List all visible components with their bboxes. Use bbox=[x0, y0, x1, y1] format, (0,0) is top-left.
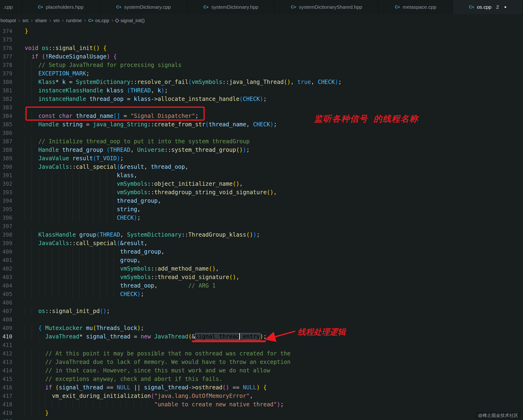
line-content[interactable]: KlassHandle group(THREAD, SystemDictiona… bbox=[25, 231, 260, 239]
line-number[interactable]: 386 bbox=[0, 129, 12, 137]
line-content[interactable]: Handle string = java_lang_String::create… bbox=[25, 120, 277, 129]
code-line[interactable]: 397 bbox=[0, 222, 523, 231]
line-content[interactable]: // Initialize thread_oop to put it into … bbox=[25, 137, 250, 146]
line-number[interactable]: 377 bbox=[0, 52, 12, 61]
line-content[interactable]: thread_group, bbox=[25, 248, 164, 256]
tab-systemdictionaryshared-hpp[interactable]: C+systemDictionaryShared.hpp bbox=[275, 0, 378, 14]
code-line[interactable]: 403 vmSymbols::thread_void_signature(), bbox=[0, 273, 523, 281]
line-number[interactable]: 396 bbox=[0, 214, 12, 222]
line-content[interactable]: vmSymbols::object_initializer_name(), bbox=[25, 180, 243, 188]
line-number[interactable]: 415 bbox=[0, 375, 12, 383]
line-number[interactable]: 385 bbox=[0, 120, 12, 129]
line-content[interactable]: string, bbox=[25, 205, 140, 214]
code-line[interactable]: 405 CHECK); bbox=[0, 290, 523, 298]
code-line[interactable]: 415 // exceptions anyway, check and abor… bbox=[0, 375, 523, 383]
code-line[interactable]: 416 if (signal_thread == NULL || signal_… bbox=[0, 383, 523, 392]
line-content[interactable]: EXCEPTION_MARK; bbox=[25, 69, 90, 78]
code-line[interactable]: 401 group, bbox=[0, 256, 523, 265]
code-line[interactable]: 377 if (!ReduceSignalUsage) { bbox=[0, 52, 523, 61]
line-content[interactable]: thread_group, bbox=[25, 197, 161, 205]
line-number[interactable]: 416 bbox=[0, 383, 12, 392]
code-line[interactable]: 396 CHECK); bbox=[0, 214, 523, 222]
line-content[interactable]: } bbox=[25, 409, 49, 417]
line-number[interactable]: 405 bbox=[0, 290, 12, 298]
code-line[interactable]: 410 JavaThread* signal_thread = new Java… bbox=[0, 332, 523, 341]
line-content[interactable]: CHECK); bbox=[25, 290, 144, 298]
breadcrumb-item[interactable]: hotspot bbox=[0, 18, 16, 23]
modified-dot-icon[interactable]: ● bbox=[504, 5, 507, 9]
line-content[interactable]: CHECK); bbox=[25, 214, 140, 222]
line-number[interactable]: 417 bbox=[0, 392, 12, 400]
line-number[interactable]: 379 bbox=[0, 69, 12, 78]
breadcrumb-symbol[interactable]: signal_init() bbox=[115, 18, 145, 23]
line-number[interactable]: 398 bbox=[0, 231, 12, 239]
line-content[interactable]: JavaValue result(T_VOID); bbox=[25, 154, 123, 163]
line-number[interactable]: 383 bbox=[0, 103, 12, 112]
code-line[interactable]: 398 KlassHandle group(THREAD, SystemDict… bbox=[0, 231, 523, 239]
line-content[interactable]: instanceHandle thread_oop = klass->alloc… bbox=[25, 95, 267, 103]
breadcrumb-file[interactable]: C+os.cpp bbox=[88, 18, 109, 23]
tab-systemdictionary-hpp[interactable]: C+systemDictionary.hpp bbox=[187, 0, 275, 14]
line-content[interactable]: vmSymbols::thread_void_signature(), bbox=[25, 273, 239, 281]
line-number[interactable]: 382 bbox=[0, 95, 12, 103]
line-content[interactable]: vm_exit_during_initialization("java.lang… bbox=[25, 392, 253, 400]
code-line[interactable]: 387 // Initialize thread_oop to put it i… bbox=[0, 137, 523, 146]
line-content[interactable]: // Setup JavaThread for processing signa… bbox=[25, 61, 181, 69]
line-number[interactable]: 376 bbox=[0, 44, 12, 52]
code-line[interactable]: 386 bbox=[0, 129, 523, 137]
line-number[interactable]: 401 bbox=[0, 256, 12, 265]
breadcrumb-item[interactable]: share bbox=[35, 18, 47, 23]
line-content[interactable]: vmSymbols::add_method_name(), bbox=[25, 265, 219, 273]
code-line[interactable]: 376void os::signal_init() { bbox=[0, 44, 523, 52]
code-line[interactable]: 402 vmSymbols::add_method_name(), bbox=[0, 265, 523, 273]
line-content[interactable]: JavaCalls::call_special(&result, bbox=[25, 239, 147, 248]
line-content[interactable]: } bbox=[25, 27, 28, 35]
line-content[interactable]: "unable to create new native thread"); bbox=[25, 400, 284, 409]
code-line[interactable]: 414 // in that case. However, since this… bbox=[0, 366, 523, 375]
code-line[interactable]: 420 bbox=[0, 417, 523, 420]
line-number[interactable]: 414 bbox=[0, 366, 12, 375]
line-number[interactable]: 403 bbox=[0, 273, 12, 281]
line-number[interactable]: 389 bbox=[0, 154, 12, 163]
line-number[interactable]: 387 bbox=[0, 137, 12, 146]
line-number[interactable]: 407 bbox=[0, 307, 12, 315]
code-line[interactable]: 382 instanceHandle thread_oop = klass->a… bbox=[0, 95, 523, 103]
code-line[interactable]: 392 vmSymbols::object_initializer_name()… bbox=[0, 180, 523, 188]
line-number[interactable]: 391 bbox=[0, 171, 12, 180]
code-line[interactable]: 409 { MutexLocker mu(Threads_lock); bbox=[0, 324, 523, 332]
code-line[interactable]: 418 "unable to create new native thread"… bbox=[0, 400, 523, 409]
code-line[interactable]: 391 klass, bbox=[0, 171, 523, 180]
code-line[interactable]: 375 bbox=[0, 35, 523, 44]
line-number[interactable]: 409 bbox=[0, 324, 12, 332]
code-line[interactable]: 411 bbox=[0, 341, 523, 349]
code-line[interactable]: 407 os::signal_init_pd(); bbox=[0, 307, 523, 315]
code-line[interactable]: 399 JavaCalls::call_special(&result, bbox=[0, 239, 523, 248]
code-line[interactable]: 408 bbox=[0, 315, 523, 324]
line-number[interactable]: 411 bbox=[0, 341, 12, 349]
line-number[interactable]: 378 bbox=[0, 61, 12, 69]
line-number[interactable]: 402 bbox=[0, 265, 12, 273]
line-number[interactable]: 392 bbox=[0, 180, 12, 188]
line-content[interactable]: if (!ReduceSignalUsage) { bbox=[25, 52, 117, 61]
line-content[interactable]: os::signal_init_pd(); bbox=[25, 307, 110, 315]
code-area[interactable]: 374}375376void os::signal_init() {377 if… bbox=[0, 27, 523, 420]
tab-os-cpp[interactable]: C+os.cpp2● bbox=[453, 0, 523, 14]
code-line[interactable]: 385 Handle string = java_lang_String::cr… bbox=[0, 120, 523, 129]
line-content[interactable]: thread_oop, // ARG 1 bbox=[25, 281, 215, 290]
line-number[interactable]: 406 bbox=[0, 298, 12, 307]
line-content[interactable]: // JavaThread due to lack of memory. We … bbox=[25, 358, 291, 366]
line-number[interactable]: 419 bbox=[0, 409, 12, 417]
line-number[interactable]: 408 bbox=[0, 315, 12, 324]
line-number[interactable]: 390 bbox=[0, 163, 12, 171]
line-content[interactable]: JavaCalls::call_special(&result, thread_… bbox=[25, 163, 188, 171]
code-line[interactable]: 388 Handle thread_group (THREAD, Univers… bbox=[0, 146, 523, 154]
breadcrumb-item[interactable]: runtime bbox=[66, 18, 82, 23]
code-line[interactable]: 378 // Setup JavaThread for processing s… bbox=[0, 61, 523, 69]
line-number[interactable]: 397 bbox=[0, 222, 12, 231]
code-line[interactable]: 395 string, bbox=[0, 205, 523, 214]
code-line[interactable]: 374} bbox=[0, 27, 523, 35]
code-line[interactable]: 412 // At this point it may be possible … bbox=[0, 349, 523, 358]
code-line[interactable]: 406 bbox=[0, 298, 523, 307]
tab-placeholders-hpp[interactable]: C+placeholders.hpp bbox=[22, 0, 100, 14]
line-content[interactable]: Handle thread_group (THREAD, Universe::s… bbox=[25, 146, 250, 154]
